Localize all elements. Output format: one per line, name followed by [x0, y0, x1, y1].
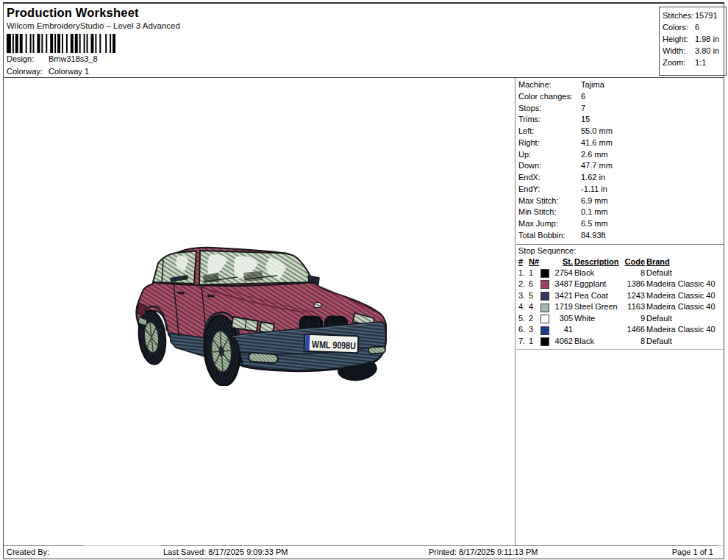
- machine-info-label: EndX:: [518, 172, 581, 184]
- last-saved-field: Last Saved: 8/17/2025 9:09:33 PM: [161, 545, 412, 559]
- swatch-cell: [540, 337, 550, 346]
- stop-sequence-row: 1.12754Black8Default: [518, 268, 724, 279]
- barcode-bar: [20, 34, 23, 53]
- swatch-cell: [540, 326, 550, 335]
- swatch-cell: [540, 279, 550, 289]
- stop-row-brand: Default: [646, 336, 724, 348]
- summary-value: 1.98 in: [695, 35, 719, 43]
- machine-info-value: 6.5 mm: [581, 219, 608, 228]
- barcode-bar: [54, 34, 56, 53]
- header: Production Worksheet Wilcom EmbroiderySt…: [4, 4, 724, 78]
- created-by-field: Created By:: [4, 545, 85, 559]
- machine-info-value: Tajima: [581, 80, 604, 89]
- design-barcode: [7, 34, 117, 53]
- stop-row-needle: 4: [529, 301, 539, 313]
- barcode-bar: [30, 34, 32, 53]
- stop-row-code: 1386: [624, 279, 645, 290]
- machine-info-label: Left:: [518, 126, 581, 137]
- stop-row-description: Black: [574, 336, 623, 348]
- machine-info-row: EndX:1.62 in: [518, 172, 724, 184]
- stop-row-stitches: 1719: [552, 301, 573, 313]
- summary-row: Zoom:1:1: [663, 57, 726, 68]
- stop-row-number: 4.: [518, 301, 527, 313]
- stop-row-code: 1243: [624, 290, 645, 302]
- machine-info-row: Max Jump:6.5 mm: [518, 218, 724, 230]
- barcode-bar: [84, 34, 85, 53]
- barcode-bar: [113, 34, 115, 53]
- barcode-bar: [7, 34, 11, 53]
- car-corner-indicator: [368, 346, 386, 354]
- stop-row-brand: Madeira Classic 40: [646, 324, 724, 336]
- machine-info-label: Min Stitch:: [518, 207, 581, 218]
- machine-info-label: Down:: [518, 160, 581, 172]
- thread-color-swatch: [540, 304, 549, 312]
- machine-info-label: Color changes:: [518, 91, 581, 103]
- bmw-car-design: WML 9098U: [133, 246, 390, 386]
- stop-row-needle: 2: [529, 313, 539, 325]
- summary-row: Width:3.80 in: [663, 45, 726, 57]
- col-num: #: [518, 256, 527, 268]
- stop-sequence-row: 5.2305White9Default: [518, 313, 724, 325]
- summary-label: Stitches:: [663, 10, 695, 21]
- barcode-bar: [90, 34, 93, 53]
- machine-info-label: Trims:: [518, 114, 581, 126]
- barcode-bar: [46, 34, 47, 53]
- stop-sequence-header-row: #N#St.DescriptionCodeBrand: [518, 256, 724, 268]
- machine-info-value: 41.6 mm: [581, 138, 613, 147]
- design-preview-area: WML 9098U: [4, 78, 515, 545]
- machine-info-value: 84.93ft: [581, 231, 606, 240]
- stop-sequence-row: 4.41719Steel Green1163Madeira Classic 40: [518, 301, 724, 313]
- col-st: St.: [552, 256, 573, 268]
- stop-row-number: 5.: [518, 313, 527, 325]
- barcode-bar: [66, 34, 68, 53]
- machine-info-row: Total Bobbin:84.93ft: [518, 230, 724, 242]
- page-title: Production Worksheet: [7, 6, 139, 20]
- thread-color-swatch: [540, 337, 549, 346]
- stop-row-description: Pea Coat: [574, 290, 623, 302]
- machine-info-value: 55.0 mm: [581, 126, 613, 135]
- machine-info-value: 1.62 in: [581, 173, 605, 182]
- stop-sequence-row: 6.3411466Madeira Classic 40: [518, 324, 724, 336]
- machine-info-value: -1.11 in: [581, 184, 607, 193]
- summary-label: Zoom:: [663, 57, 695, 68]
- stop-row-number: 3.: [518, 290, 527, 302]
- colorway-row: Colorway:Colorway 1: [7, 67, 89, 76]
- barcode-bar: [57, 34, 60, 53]
- stop-row-number: 6.: [518, 324, 527, 336]
- barcode-bar: [71, 34, 74, 53]
- swatch-cell: [540, 314, 550, 323]
- stop-row-stitches: 305: [552, 313, 573, 325]
- barcode-bar: [26, 34, 27, 53]
- machine-info-row: Min Stitch:0.1 mm: [518, 207, 724, 218]
- stop-sequence-row: 7.14062Black8Default: [518, 336, 724, 348]
- design-row: Design:Bmw318s3_8: [7, 54, 98, 63]
- machine-info-label: Total Bobbin:: [518, 230, 581, 242]
- machine-info-label: Max Stitch:: [518, 195, 581, 207]
- thread-color-swatch: [540, 269, 549, 278]
- stop-row-number: 1.: [518, 268, 527, 279]
- machine-info-value: 15: [581, 115, 590, 123]
- stop-row-brand: Default: [646, 313, 724, 325]
- barcode-bar: [95, 34, 96, 53]
- machine-info-value: 47.7 mm: [581, 161, 613, 170]
- machine-info-value: 2.6 mm: [581, 150, 608, 159]
- thread-color-swatch: [540, 315, 549, 323]
- stop-row-number: 2.: [518, 279, 527, 290]
- main-area: WML 9098U Machine:TajimaColor changes:6S…: [4, 78, 724, 545]
- stop-sequence-table: #N#St.DescriptionCodeBrand1.12754Black8D…: [516, 256, 724, 350]
- car-fog-light: [249, 353, 279, 364]
- machine-info-label: EndY:: [518, 184, 581, 195]
- printed-field: Printed: 8/17/2025 9:11:13 PM: [410, 545, 642, 559]
- license-plate: WML 9098U: [304, 334, 359, 353]
- stop-row-needle: 1: [529, 336, 539, 348]
- summary-row: Height:1.98 in: [663, 33, 726, 45]
- machine-info-label: Stops:: [518, 103, 581, 115]
- barcode-bar: [50, 34, 53, 53]
- machine-info-row: Right:41.6 mm: [518, 137, 724, 149]
- machine-info-row: Down:47.7 mm: [518, 160, 724, 172]
- summary-row: Stitches:15791: [663, 10, 726, 21]
- stop-row-code: 1466: [624, 324, 645, 336]
- barcode-bar: [75, 34, 78, 53]
- machine-info-label: Max Jump:: [518, 218, 581, 230]
- stop-row-brand: Madeira Classic 40: [646, 290, 724, 302]
